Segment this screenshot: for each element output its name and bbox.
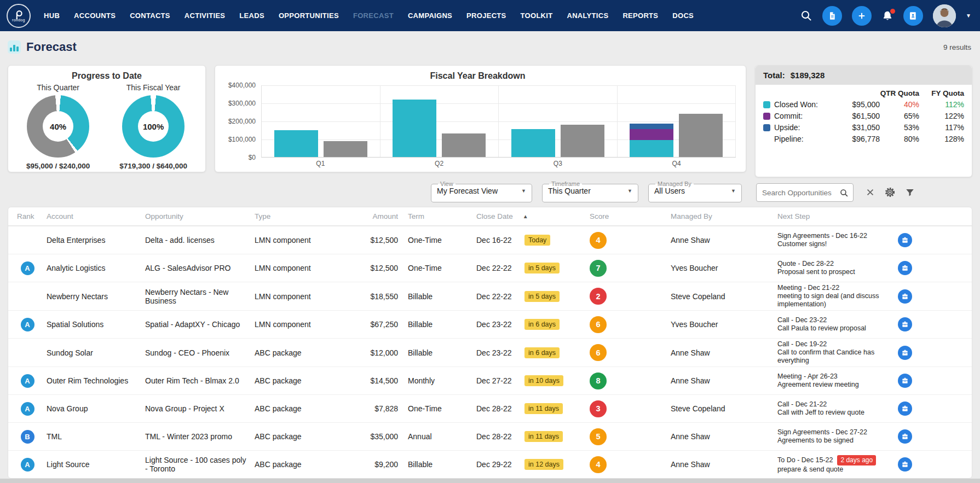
opportunity-link-icon[interactable]	[898, 317, 912, 331]
cell-amount: $12,000	[348, 347, 408, 359]
opportunity-link-icon[interactable]	[898, 289, 912, 304]
nav-item-contacts[interactable]: CONTACTS	[130, 11, 170, 20]
totals-row-qtr-quota: 40%	[880, 100, 919, 109]
opportunity-link-icon[interactable]	[898, 374, 912, 388]
app-logo[interactable]: rolidog	[7, 4, 31, 28]
column-header-managed-by[interactable]: Managed By	[671, 211, 777, 222]
cell-opportunity: Delta - add. licenses	[145, 234, 255, 246]
column-header-score[interactable]: Score	[589, 211, 671, 222]
rank-badge: A	[21, 402, 34, 416]
cell-rank: A	[8, 316, 47, 333]
fiscal-year-donut-chart: 100%	[122, 95, 185, 158]
horizontal-scrollbar[interactable]	[0, 479, 980, 483]
opportunity-link-icon[interactable]	[898, 346, 912, 360]
donut-amount: $719,300 / $640,000	[119, 162, 187, 170]
cell-next-step: Meeting - Apr 26-23Agreement review meet…	[777, 371, 890, 391]
nav-item-docs[interactable]: DOCS	[672, 11, 694, 20]
settings-gear-icon[interactable]	[884, 187, 896, 198]
totals-row-qtr-quota: 65%	[880, 112, 919, 120]
cell-term: Billable	[408, 458, 476, 470]
forecast-page-icon	[8, 40, 21, 54]
column-header-opportunity[interactable]: Opportunity	[145, 211, 255, 222]
cell-term: One-Time	[408, 403, 476, 415]
cell-amount: $7,828	[348, 403, 408, 415]
bar-segment-closed-won	[274, 130, 318, 157]
add-new-icon[interactable]	[852, 6, 872, 26]
cell-opportunity: Light Source - 100 cases poly - Toronto	[145, 454, 255, 475]
column-header-term[interactable]: Term	[408, 211, 476, 222]
stacked-bar	[630, 85, 673, 157]
opportunity-link-icon[interactable]	[898, 401, 912, 416]
search-submit-icon[interactable]	[839, 188, 849, 197]
user-menu-chevron-icon[interactable]: ▼	[966, 13, 971, 19]
qtr-quota-header: QTR Quota	[880, 89, 919, 97]
cell-managed-by: Steve Copeland	[671, 290, 777, 302]
cell-score: 6	[589, 315, 671, 335]
search-icon[interactable]	[800, 9, 812, 22]
documents-icon[interactable]	[822, 6, 842, 26]
opportunity-link-icon[interactable]	[898, 457, 912, 472]
cell-rank: A	[8, 456, 47, 473]
column-header-close-date[interactable]: Close Date▲	[476, 211, 589, 222]
due-badge: in 12 days	[524, 459, 563, 470]
cell-opportunity: Nova Group - Project X	[145, 403, 255, 415]
cell-type: LMN component	[255, 234, 348, 246]
opportunity-link-icon[interactable]	[898, 261, 912, 275]
opportunity-link-icon[interactable]	[898, 429, 912, 444]
search-input[interactable]	[761, 188, 839, 197]
table-row-light-source[interactable]: ALight SourceLight Source - 100 cases po…	[8, 450, 972, 478]
nav-item-forecast[interactable]: FORECAST	[353, 11, 394, 20]
column-header-rank[interactable]: Rank	[8, 211, 47, 222]
table-row-nova-group[interactable]: ANova GroupNova Group - Project XABC pac…	[8, 394, 972, 422]
table-row-delta-enterprises[interactable]: Delta EnterprisesDelta - add. licensesLM…	[8, 226, 972, 254]
opportunity-link-icon[interactable]	[898, 233, 912, 247]
table-row-newberry-nectars[interactable]: Newberry NectarsNewberry Nectars - New B…	[8, 282, 972, 310]
table-row-analytic-logistics[interactable]: AAnalytic LogisticsALG - SalesAdvisor PR…	[8, 254, 972, 282]
notifications-bell-icon[interactable]	[881, 10, 893, 22]
timeframe-select[interactable]: Timeframe This Quarter ▼	[542, 181, 638, 202]
cell-next-step: Call - Dec 23-22Call Paula to review pro…	[777, 315, 890, 334]
table-row-outer-rim-technologies[interactable]: AOuter Rim TechnologiesOuter Rim Tech - …	[8, 366, 972, 394]
cell-close-date: Dec 16-22Today	[476, 233, 589, 247]
user-avatar[interactable]	[933, 4, 956, 27]
cell-next-step: Call - Dec 19-22Call to confirm that Can…	[777, 339, 890, 366]
view-select[interactable]: View My Forecast View ▼	[431, 181, 532, 202]
managed-by-select[interactable]: Managed By All Users ▼	[648, 181, 742, 202]
table-row-spatial-solutions[interactable]: ASpatial SolutionsSpatial - AdaptXY - Ch…	[8, 310, 972, 338]
cell-managed-by: Anne Shaw	[671, 458, 777, 470]
nav-item-reports[interactable]: REPORTS	[622, 11, 658, 20]
column-header-next-step[interactable]: Next Step	[777, 211, 890, 222]
nav-item-projects[interactable]: PROJECTS	[466, 11, 506, 20]
nav-item-opportunities[interactable]: OPPORTUNITIES	[279, 11, 339, 20]
opportunity-search-box	[756, 183, 854, 202]
nav-item-analytics[interactable]: ANALYTICS	[567, 11, 608, 20]
nav-item-accounts[interactable]: ACCOUNTS	[74, 11, 116, 20]
timeframe-select-value: This Quarter	[548, 187, 591, 195]
table-row-tml[interactable]: BTMLTML - Winter 2023 promoABC package$3…	[8, 422, 972, 450]
contacts-book-icon[interactable]	[903, 6, 923, 26]
cell-term: Monthly	[408, 375, 476, 387]
nav-item-toolkit[interactable]: TOOLKIT	[521, 11, 553, 20]
cell-opportunity: Sundog - CEO - Phoenix	[145, 347, 255, 359]
filter-funnel-icon[interactable]	[905, 188, 915, 197]
nav-item-hub[interactable]: HUB	[44, 11, 60, 20]
cell-type: LMN component	[255, 318, 348, 330]
table-row-sundog-solar[interactable]: Sundog SolarSundog - CEO - PhoenixABC pa…	[8, 338, 972, 366]
cell-rank	[8, 238, 47, 242]
chevron-down-icon: ▼	[731, 188, 736, 194]
next-step-line1: Sign Agreements - Dec 16-22	[777, 232, 883, 240]
cell-account: TML	[47, 430, 145, 443]
bar-quota	[561, 125, 604, 157]
totals-row-label: Upside:	[774, 123, 829, 132]
nav-item-campaigns[interactable]: CAMPAIGNS	[408, 11, 452, 20]
due-badge: in 11 days	[524, 403, 563, 414]
column-header-account[interactable]: Account	[47, 211, 145, 222]
column-header-amount[interactable]: Amount	[348, 211, 408, 222]
clear-search-icon[interactable]	[866, 188, 875, 197]
nav-item-activities[interactable]: ACTIVITIES	[185, 11, 226, 20]
next-step-line1: Call - Dec 23-22	[777, 316, 883, 324]
cell-score: 4	[589, 455, 671, 475]
cell-type: ABC package	[255, 375, 348, 387]
nav-item-leads[interactable]: LEADS	[239, 11, 264, 20]
column-header-type[interactable]: Type	[255, 211, 348, 222]
